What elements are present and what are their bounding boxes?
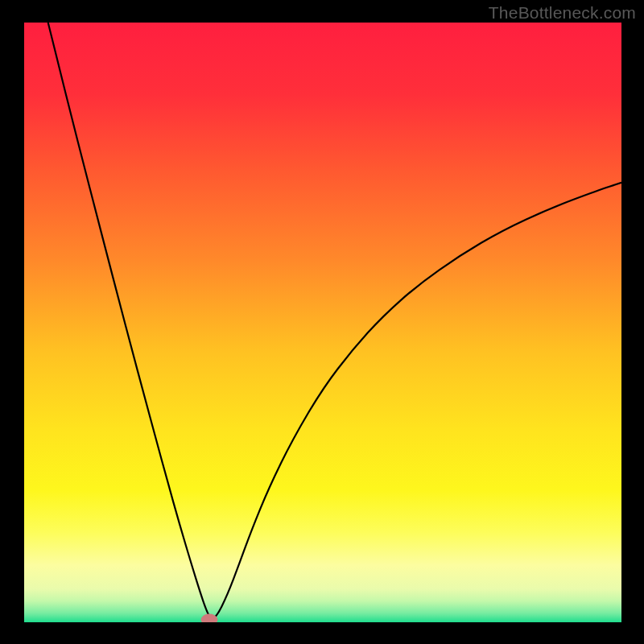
watermark-text: TheBottleneck.com	[489, 3, 636, 23]
gradient-background	[24, 23, 621, 622]
chart-frame: TheBottleneck.com	[0, 0, 644, 644]
chart-svg	[24, 23, 621, 622]
plot-area	[24, 23, 621, 622]
